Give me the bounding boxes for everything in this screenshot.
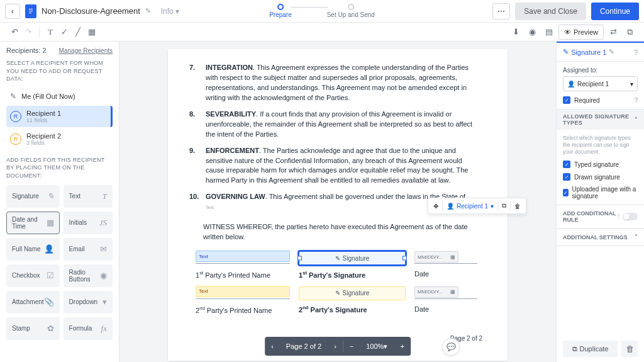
- top-bar: ‹ Non-Disclosure-Agreement ✎ Info ▾ Prep…: [0, 0, 644, 23]
- move-handle-icon[interactable]: ✥: [430, 199, 442, 213]
- field-full-name[interactable]: Full Name👤: [6, 238, 60, 261]
- person-icon: 👤: [567, 81, 575, 88]
- formula-icon: fx: [101, 324, 107, 334]
- field-floating-toolbar: ✥ 👤 Recipient 1 ▾ ⧉ 🗑: [428, 198, 526, 214]
- field-dropdown[interactable]: Dropdown▾: [64, 291, 113, 314]
- edit-icon[interactable]: ✎: [609, 48, 614, 56]
- document-canvas[interactable]: 7.INTEGRATION. This Agreement expresses …: [119, 42, 556, 362]
- field-formula[interactable]: Formulafx: [64, 317, 113, 340]
- stamp-icon: ✿: [47, 324, 54, 334]
- checkbox-icon: ☑: [47, 271, 54, 281]
- step-prepare[interactable]: Prepare: [269, 4, 292, 18]
- help-icon: ?: [616, 213, 620, 220]
- drawn-sig-checkbox[interactable]: ✓: [563, 173, 570, 181]
- attachment-icon: 📎: [44, 297, 54, 307]
- translate-icon[interactable]: ⇄: [606, 25, 620, 39]
- text-icon: T: [103, 191, 107, 201]
- duplicate-field-icon[interactable]: ⧉: [498, 199, 510, 213]
- delete-field-icon[interactable]: 🗑: [511, 199, 525, 213]
- undo-icon[interactable]: ↶: [8, 25, 21, 39]
- field-checkbox[interactable]: Checkbox☑: [6, 264, 60, 287]
- field-text[interactable]: TextT: [64, 185, 113, 208]
- duplicate-button[interactable]: ⧉Duplicate: [563, 341, 618, 357]
- continue-button[interactable]: Continue: [591, 3, 639, 20]
- date-field-r2[interactable]: MM/DD/Y...▦: [414, 286, 458, 298]
- signature-field-r2[interactable]: ✎ Signature: [299, 286, 406, 300]
- zoom-out-button[interactable]: −: [343, 337, 360, 356]
- help-icon[interactable]: ?: [634, 97, 638, 104]
- next-page-button[interactable]: ›: [328, 337, 343, 356]
- field-email[interactable]: Email✉: [64, 238, 113, 261]
- line-tool-icon[interactable]: ╱: [71, 25, 85, 39]
- manage-recipients-link[interactable]: Manage Recipients: [58, 47, 113, 54]
- zoom-level[interactable]: 100% ▾: [360, 337, 394, 356]
- copy-icon[interactable]: ⧉: [623, 25, 636, 39]
- info-link[interactable]: Info ▾: [161, 7, 179, 16]
- more-options-button[interactable]: ⋯: [492, 3, 510, 20]
- edit-title-icon[interactable]: ✎: [145, 7, 151, 15]
- assigned-to-select[interactable]: 👤Recipient 1 ▾: [563, 76, 638, 91]
- field-radio[interactable]: Radio Buttons◉: [64, 264, 113, 287]
- help-icon[interactable]: ?: [634, 48, 638, 56]
- check-tool-icon[interactable]: ✓: [57, 25, 71, 39]
- copy-icon: ⧉: [572, 345, 577, 353]
- conditional-rule-row[interactable]: ADD CONDITIONAL RULE ?: [557, 205, 644, 229]
- delete-button[interactable]: 🗑: [621, 341, 638, 357]
- allowed-types-header[interactable]: ALLOWED SIGNATURE TYPES ˄: [557, 110, 644, 130]
- dropdown-icon: ▾: [103, 297, 107, 307]
- editor-toolbar: ↶ ↷ T ✓ ╱ ▦ ⬇ ◉ ▤ 👁 Preview ⇄ ⧉: [0, 23, 644, 42]
- signature-field-r1[interactable]: ✎ Signature: [299, 251, 406, 265]
- pencil-icon: ✎: [10, 92, 16, 101]
- text-field-2[interactable]: Text: [196, 286, 290, 297]
- zoom-in-button[interactable]: +: [394, 337, 410, 356]
- field-attachment[interactable]: Attachment📎: [6, 291, 60, 314]
- person-icon: 👤: [447, 203, 454, 210]
- calendar-icon: ▦: [450, 289, 455, 295]
- text-tool-icon[interactable]: T: [43, 25, 57, 39]
- recipient-2[interactable]: R Recipient 2 3 fields: [6, 128, 113, 150]
- step-setup-send[interactable]: Set Up and Send: [327, 4, 375, 18]
- redo-icon[interactable]: ↷: [21, 25, 35, 39]
- chevron-down-icon: ˅: [635, 234, 638, 240]
- field-properties-title: ✎ Signature 1 ✎: [563, 48, 614, 56]
- field-initials[interactable]: InitialsJS: [64, 212, 113, 234]
- signature-icon: ✎: [47, 191, 54, 201]
- typed-sig-checkbox[interactable]: ✓: [563, 161, 570, 168]
- initials-icon: JS: [99, 218, 107, 228]
- preview-button[interactable]: 👁 Preview: [558, 25, 604, 40]
- chevron-down-icon: ▾: [630, 81, 633, 88]
- field-date-time[interactable]: Date and Time▦: [6, 212, 60, 234]
- radio-icon: ◉: [100, 271, 107, 281]
- assign-recipient-dropdown[interactable]: 👤 Recipient 1 ▾: [443, 199, 497, 213]
- additional-settings-row[interactable]: ADDITIONAL SETTINGS ˅: [557, 229, 644, 246]
- location-icon[interactable]: ◉: [526, 25, 540, 39]
- required-checkbox[interactable]: ✓: [563, 96, 570, 104]
- assigned-to-label: Assigned to:: [563, 67, 638, 74]
- save-close-button[interactable]: Save and Close: [515, 3, 586, 20]
- document-icon: [25, 4, 36, 18]
- calendar-icon: ▦: [450, 254, 455, 260]
- date-field-r1[interactable]: MM/DD/Y...▦: [414, 251, 458, 263]
- recipient-me[interactable]: ✎ Me (Fill Out Now): [6, 88, 113, 105]
- left-panel: Recipients: 2 Manage Recipients SELECT A…: [0, 42, 119, 362]
- text-field-1[interactable]: Text: [196, 251, 290, 262]
- field-signature[interactable]: Signature✎: [6, 185, 60, 208]
- page-controls: ‹ Page 2 of 2 › − 100% ▾ +: [265, 337, 411, 356]
- conditional-toggle[interactable]: [623, 213, 638, 220]
- page-indicator: Page 2 of 2: [280, 337, 328, 356]
- recipient-1[interactable]: R Recipient 1 11 fields: [6, 106, 113, 127]
- select-recipient-caption: SELECT A RECIPIENT FOR WHOM YOU NEED TO …: [6, 59, 113, 83]
- document-title: Non-Disclosure-Agreement: [42, 6, 140, 16]
- layout-icon[interactable]: ▤: [542, 25, 556, 39]
- download-icon[interactable]: ⬇: [509, 25, 523, 39]
- chat-bubble-icon[interactable]: 💬: [442, 338, 460, 356]
- back-button[interactable]: ‹: [5, 4, 20, 19]
- progress-steps: Prepare Set Up and Send: [269, 4, 375, 18]
- uploaded-sig-checkbox[interactable]: ✓: [563, 189, 569, 196]
- date-tool-icon[interactable]: ▦: [85, 25, 99, 39]
- prev-page-button[interactable]: ‹: [265, 337, 280, 356]
- svg-rect-1: [29, 11, 33, 11]
- field-stamp[interactable]: Stamp✿: [6, 317, 60, 340]
- person-icon: 👤: [44, 244, 54, 254]
- svg-rect-2: [29, 13, 31, 13]
